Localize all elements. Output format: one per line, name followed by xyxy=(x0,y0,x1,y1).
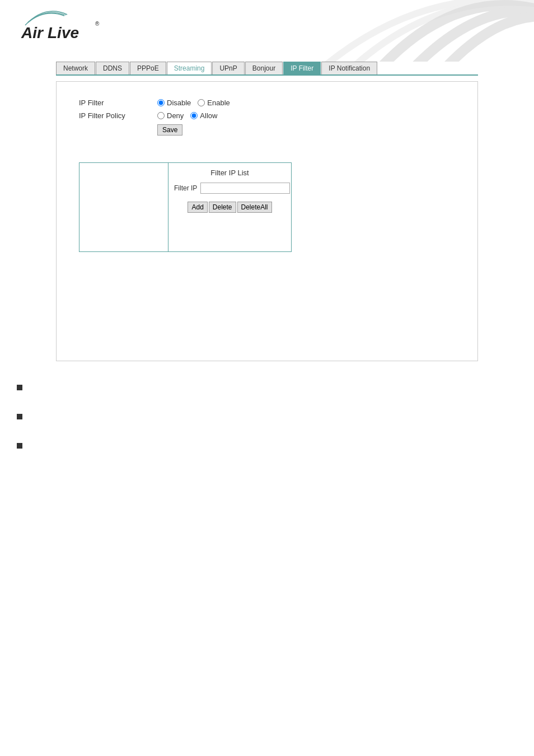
filter-btn-group: Add Delete DeleteAll xyxy=(188,202,271,213)
ip-filter-policy-deny-radio[interactable] xyxy=(157,112,165,119)
ip-filter-row: IP Filter Disable Enable xyxy=(79,99,455,107)
ip-filter-policy-deny-text: Deny xyxy=(167,111,184,120)
tab-ddns[interactable]: DDNS xyxy=(96,62,129,74)
filter-panel: Filter IP List Filter IP Add Delete Dele… xyxy=(79,162,455,252)
ip-filter-policy-controls: Deny Allow xyxy=(157,111,217,120)
delete-button[interactable]: Delete xyxy=(209,202,236,213)
ip-filter-policy-allow-radio[interactable] xyxy=(190,112,198,119)
ip-filter-label: IP Filter xyxy=(79,99,157,107)
ip-filter-policy-allow-option[interactable]: Allow xyxy=(190,111,217,120)
filter-list-box xyxy=(79,162,168,252)
tab-pppoe[interactable]: PPPoE xyxy=(130,62,166,74)
bullet-section xyxy=(17,384,517,449)
tab-ip-filter[interactable]: IP Filter xyxy=(283,62,321,74)
header: Air Live ® xyxy=(0,0,534,62)
ip-filter-policy-deny-option[interactable]: Deny xyxy=(157,111,184,120)
logo-area: Air Live ® xyxy=(17,6,106,46)
save-row: Save xyxy=(79,124,455,136)
main-content: IP Filter Disable Enable IP Filter Polic… xyxy=(56,81,478,361)
tab-network[interactable]: Network xyxy=(56,62,95,74)
tab-streaming[interactable]: Streaming xyxy=(167,62,212,74)
bullet-icon-2 xyxy=(17,414,22,419)
filter-ip-label: Filter IP xyxy=(174,184,197,192)
svg-text:Air: Air xyxy=(21,24,44,41)
filter-ip-input[interactable] xyxy=(200,183,290,194)
delete-all-button[interactable]: DeleteAll xyxy=(237,202,272,213)
bullet-item-3 xyxy=(17,442,517,449)
header-decoration xyxy=(198,0,534,62)
ip-filter-policy-row: IP Filter Policy Deny Allow xyxy=(79,111,455,120)
bullet-icon-3 xyxy=(17,443,22,449)
tab-upnp[interactable]: UPnP xyxy=(212,62,244,74)
ip-filter-disable-text: Disable xyxy=(167,99,191,107)
svg-text:®: ® xyxy=(95,21,100,27)
ip-filter-policy-allow-text: Allow xyxy=(200,111,217,120)
bullet-icon-1 xyxy=(17,385,22,390)
nav-bar: Network DDNS PPPoE Streaming UPnP Bonjou… xyxy=(56,62,478,76)
svg-text:Live: Live xyxy=(48,24,79,41)
tab-ip-notification[interactable]: IP Notification xyxy=(321,62,377,74)
form-section: IP Filter Disable Enable IP Filter Polic… xyxy=(68,93,466,151)
ip-filter-disable-option[interactable]: Disable xyxy=(157,99,191,107)
tab-bonjour[interactable]: Bonjour xyxy=(245,62,283,74)
filter-right-panel: Filter IP List Filter IP Add Delete Dele… xyxy=(168,162,292,252)
filter-ip-row: Filter IP xyxy=(174,183,285,194)
ip-filter-disable-radio[interactable] xyxy=(157,99,165,106)
add-button[interactable]: Add xyxy=(188,202,207,213)
ip-filter-policy-label: IP Filter Policy xyxy=(79,111,157,120)
ip-filter-enable-radio[interactable] xyxy=(198,99,205,106)
bullet-item-1 xyxy=(17,384,517,390)
ip-filter-enable-option[interactable]: Enable xyxy=(198,99,229,107)
bullet-item-2 xyxy=(17,413,517,419)
ip-filter-controls: Disable Enable xyxy=(157,99,230,107)
save-button[interactable]: Save xyxy=(157,124,182,136)
filter-ip-list-title: Filter IP List xyxy=(210,169,249,177)
ip-filter-enable-text: Enable xyxy=(207,99,229,107)
